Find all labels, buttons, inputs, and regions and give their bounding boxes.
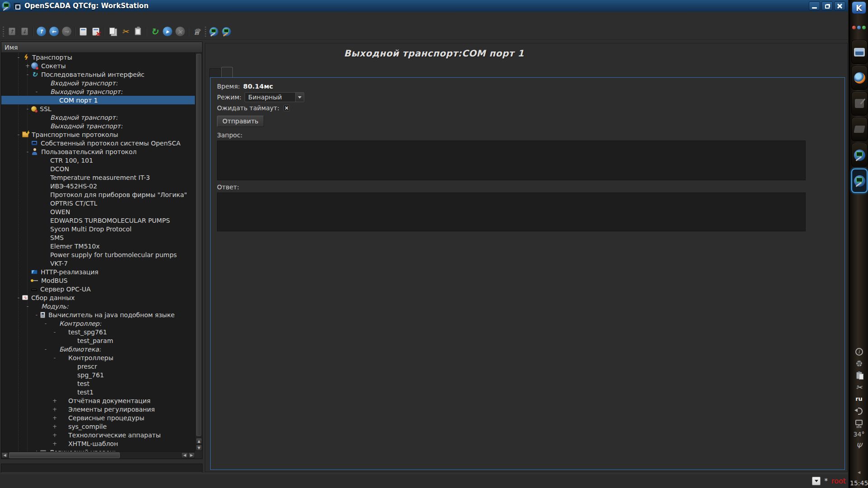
toolbar-handle[interactable]: [203, 25, 208, 38]
tree-expander[interactable]: +: [52, 432, 57, 438]
tree-row[interactable]: Сервер OPC-UA: [1, 285, 195, 293]
scroll-right-button[interactable]: ▶: [188, 452, 195, 458]
tree-row[interactable]: - Пользовательский протокол: [1, 147, 195, 156]
tree-row[interactable]: - SSL: [1, 104, 195, 113]
scroll-down-button[interactable]: ▼: [196, 445, 202, 451]
horizontal-scroll-thumb[interactable]: [9, 452, 120, 458]
window-menu-icon[interactable]: [13, 2, 21, 10]
reload-button[interactable]: [148, 25, 161, 38]
tree-expander[interactable]: -: [25, 303, 30, 310]
request-textarea[interactable]: [217, 141, 806, 180]
tree-expander[interactable]: -: [52, 355, 57, 361]
tree-row[interactable]: DCON: [1, 164, 195, 173]
close-button[interactable]: [834, 1, 845, 10]
tree-row[interactable]: VKT-7: [1, 259, 195, 267]
tree-row[interactable]: Выходной транспорт:: [1, 122, 195, 130]
tree-row[interactable]: ModBUS: [1, 276, 195, 285]
notes-launcher[interactable]: [851, 91, 868, 116]
tray-scissors[interactable]: [856, 382, 862, 392]
panel-hide-arrow-icon[interactable]: ◀: [850, 470, 868, 474]
tree-row[interactable]: - Последовательный интерфейс: [1, 70, 195, 79]
minimize-button[interactable]: [809, 1, 820, 10]
tree-row[interactable]: test_param: [1, 336, 195, 345]
tree-vertical-scrollbar[interactable]: ▲ ▼: [195, 53, 202, 451]
scroll-up-button[interactable]: ▲: [196, 438, 202, 444]
paste-button[interactable]: [132, 25, 144, 38]
tree-row[interactable]: EDWARDS TURBOMOLECULAR PUMPS: [1, 216, 195, 225]
tab-request[interactable]: [221, 67, 233, 77]
firefox-launcher[interactable]: [851, 66, 868, 90]
tree-row[interactable]: Power supply for turbomolecular pumps: [1, 250, 195, 259]
tree-header[interactable]: Имя: [1, 42, 202, 53]
tree-expander[interactable]: -: [16, 54, 21, 61]
tree-expander[interactable]: +: [25, 63, 30, 69]
tree-row[interactable]: + Логический уровень: [1, 448, 195, 451]
toolbar-separator[interactable]: [186, 25, 190, 38]
scroll-left-button[interactable]: ◀: [1, 452, 8, 458]
k-menu-button[interactable]: K: [852, 1, 866, 14]
tree-row[interactable]: + XHTML-шаблон: [1, 439, 195, 448]
tree-expander[interactable]: +: [52, 406, 57, 413]
tray-clipboard[interactable]: [856, 371, 862, 380]
tree-expander[interactable]: +: [52, 441, 57, 447]
tree-row[interactable]: Входной транспорт:: [1, 79, 195, 87]
tray-info[interactable]: [855, 347, 863, 357]
tree-row[interactable]: - Выходной транспорт:: [1, 87, 195, 96]
pager-dot-blue[interactable]: [857, 26, 861, 29]
forward-button[interactable]: [60, 25, 73, 38]
tree-row[interactable]: - Контроллеры: [1, 353, 195, 362]
item-add-button[interactable]: [77, 25, 90, 38]
tree-row[interactable]: Elemer TM510x: [1, 242, 195, 250]
save-button[interactable]: [18, 25, 31, 38]
menu-file[interactable]: [2, 16, 10, 19]
tree-row[interactable]: spg_761: [1, 371, 195, 379]
tree-expander[interactable]: +: [52, 398, 57, 404]
up-button[interactable]: [35, 25, 47, 38]
tree-row[interactable]: test1: [1, 388, 195, 396]
tree-row[interactable]: + sys_compile: [1, 422, 195, 431]
tree-row[interactable]: Sycon Multi Drop Protocol: [1, 225, 195, 233]
send-button[interactable]: Отправить: [217, 116, 264, 127]
menu-view[interactable]: [18, 16, 26, 19]
qtstarter-vision-button[interactable]: [220, 25, 233, 38]
tree-expander[interactable]: -: [25, 106, 30, 112]
menu-edit[interactable]: [10, 16, 18, 19]
tree-row[interactable]: HTTP-реализация: [1, 267, 195, 276]
tree-row[interactable]: OPTRIS CT/CTL: [1, 199, 195, 207]
tree-row[interactable]: - Модуль:: [1, 302, 195, 310]
tree-row[interactable]: CTR 100, 101: [1, 156, 195, 164]
titlebar[interactable]: OpenSCADA QTCfg: WorkStation: [0, 0, 848, 12]
tree-expander[interactable]: -: [25, 149, 30, 155]
tray-volume[interactable]: [854, 406, 863, 415]
pager-dot-red[interactable]: [852, 26, 856, 29]
response-textarea[interactable]: [217, 192, 806, 231]
keyboard-layout-indicator[interactable]: ru: [855, 394, 863, 404]
tree-row[interactable]: + Сокеты: [1, 61, 195, 70]
start-button[interactable]: [161, 25, 174, 38]
tab-transport[interactable]: [209, 68, 221, 77]
tree-row[interactable]: Протокол для приборов фирмы "Логика": [1, 190, 195, 199]
tree-row[interactable]: Входной транспорт:: [1, 113, 195, 122]
item-delete-button[interactable]: [90, 25, 102, 38]
toolbar-separator[interactable]: [102, 25, 106, 38]
vertical-scroll-thumb[interactable]: [196, 54, 201, 436]
tray-usb[interactable]: [856, 441, 862, 450]
openscada-launcher[interactable]: [851, 143, 868, 167]
mode-select[interactable]: Бинарный: [245, 92, 304, 102]
stop-button[interactable]: [174, 25, 186, 38]
cut-button[interactable]: [119, 25, 132, 38]
tree-row[interactable]: - Сбор данных: [1, 293, 195, 302]
openscada-launcher-active[interactable]: [851, 169, 868, 193]
tree-row[interactable]: Temperature measurement IT-3: [1, 173, 195, 182]
computer-launcher[interactable]: [851, 40, 868, 64]
scroll-left-button2[interactable]: ◀: [181, 452, 188, 458]
pager-dot-green[interactable]: [862, 26, 866, 29]
favorite-button[interactable]: [190, 25, 203, 38]
tree-row[interactable]: COM порт 1: [1, 96, 195, 104]
tree-expander[interactable]: -: [34, 89, 39, 95]
tree-row[interactable]: - Транспортные протоколы: [1, 130, 195, 139]
tree-row[interactable]: - Транспорты: [1, 53, 195, 61]
combo-dropdown-button[interactable]: [295, 93, 304, 102]
tree-row[interactable]: + Элементы регулирования: [1, 405, 195, 413]
tree-expander[interactable]: -: [16, 295, 21, 301]
